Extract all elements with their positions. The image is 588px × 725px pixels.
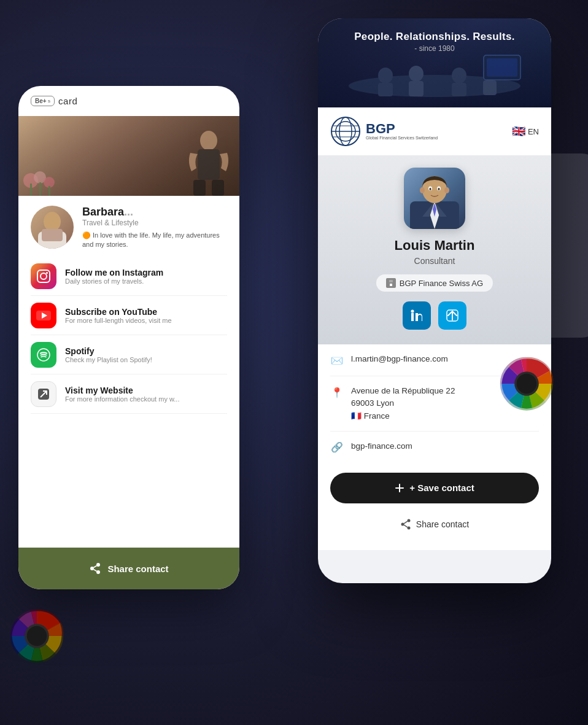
svg-rect-8: [39, 182, 41, 196]
instagram-link-text: Follow me on Instagram Daily stories of …: [65, 268, 227, 285]
svg-line-67: [404, 525, 408, 527]
spotify-title: Spotify: [65, 346, 227, 356]
right-actions: + Save contact Share contact: [318, 463, 551, 550]
list-item[interactable]: Spotify Check my Playlist on Spotify!: [31, 336, 227, 374]
contact-email-text: l.martin@bgp-finance.com: [351, 353, 448, 365]
svg-rect-55: [389, 280, 393, 282]
svg-point-26: [378, 68, 393, 83]
share-contact-button-left[interactable]: Share contact: [18, 548, 239, 589]
right-socials: [330, 301, 539, 330]
becard-logo-sup: s: [48, 98, 50, 104]
link-icon: 🔗: [330, 441, 344, 454]
phone-left: Be+ s card: [18, 86, 239, 589]
contact-website-text: bgp-finance.com: [351, 440, 412, 452]
becard-logo: Be+ s: [31, 96, 55, 106]
svg-point-52: [420, 187, 425, 193]
list-item[interactable]: Subscribe on YouTube For more full-lengt…: [31, 297, 227, 335]
svg-rect-29: [409, 81, 424, 96]
svg-point-63: [407, 519, 410, 522]
bgp-subname: Global Financial Services Switzerland: [366, 136, 438, 141]
youtube-icon: [31, 303, 56, 328]
website-title: Visit my Website: [65, 386, 227, 395]
svg-line-23: [94, 566, 97, 568]
instagram-sub: Daily stories of my travels.: [65, 277, 227, 285]
meeting-svg: [336, 52, 533, 101]
svg-rect-27: [378, 83, 393, 96]
svg-rect-12: [42, 229, 63, 241]
svg-point-71: [27, 626, 47, 646]
svg-line-66: [404, 521, 408, 524]
svg-point-10: [44, 212, 61, 231]
svg-rect-35: [487, 58, 517, 77]
left-profile-name: Barbara...: [82, 206, 227, 219]
svg-point-65: [407, 526, 410, 529]
svg-rect-56: [390, 284, 392, 286]
bgp-name-block: BGP Global Financial Services Switzerlan…: [366, 122, 438, 141]
right-header: BGP Global Financial Services Switzerlan…: [318, 107, 551, 155]
svg-rect-58: [411, 313, 414, 321]
language-badge[interactable]: 🇬🇧 EN: [512, 125, 539, 138]
color-wheel-right-svg: [499, 356, 554, 411]
share-contact-label-left: Share contact: [107, 564, 168, 574]
svg-point-51: [438, 188, 440, 190]
left-profile-role: Travel & Lifestyle: [82, 219, 227, 227]
share-contact-label-right: Share contact: [416, 519, 469, 529]
svg-point-50: [430, 188, 431, 190]
left-links-list: Follow me on Instagram Daily stories of …: [18, 257, 239, 414]
left-avatar-svg: [31, 206, 74, 249]
save-contact-label: + Save contact: [409, 483, 474, 493]
svg-rect-33: [483, 80, 497, 95]
svg-rect-2: [193, 180, 206, 196]
svg-point-53: [444, 187, 449, 193]
svg-rect-31: [452, 83, 466, 96]
instagram-icon: [31, 263, 56, 289]
svg-point-21: [90, 567, 94, 570]
right-avatar-svg: [404, 168, 465, 229]
youtube-sub: For more full-length videos, visit me: [65, 317, 227, 324]
left-profile-bio: 🟠 In love with the life. My life, my adv…: [82, 231, 227, 250]
svg-point-64: [401, 522, 404, 525]
instagram-title: Follow me on Instagram: [65, 268, 227, 277]
becard-logo-text: Be+: [35, 98, 47, 104]
list-item[interactable]: Visit my Website For more information ch…: [31, 375, 227, 414]
hero-subtitle: - since 1980: [318, 44, 551, 53]
hero-flowers-svg: [21, 165, 58, 196]
svg-rect-3: [212, 180, 224, 196]
left-hero-banner: [18, 116, 239, 196]
bio-dot: 🟠: [82, 231, 91, 239]
left-profile-info: Barbara... Travel & Lifestyle 🟠 In love …: [82, 206, 227, 250]
lang-text: EN: [528, 127, 539, 136]
svg-point-14: [41, 273, 47, 279]
becard-header: Be+ s card: [18, 86, 239, 116]
youtube-link-text: Subscribe on YouTube For more full-lengt…: [65, 307, 227, 324]
bgp-name: BGP: [366, 122, 438, 136]
email-icon: ✉️: [330, 354, 344, 367]
svg-rect-1: [198, 149, 220, 180]
share-icon-right: [400, 519, 411, 530]
share-icon-left: [89, 562, 101, 575]
left-profile-section: Barbara... Travel & Lifestyle 🟠 In love …: [18, 196, 239, 257]
website-sub: For more information checkout my w...: [65, 395, 227, 403]
svg-point-15: [46, 272, 48, 274]
share-contact-button-right[interactable]: Share contact: [330, 511, 539, 538]
contact-address-text: Avenue de la République 2269003 Lyon🇫🇷 F…: [351, 385, 455, 422]
right-profile-section: Louis Martin Consultant BGP Finance Swis…: [318, 155, 551, 344]
right-profile-role: Consultant: [330, 256, 539, 266]
other-social-button[interactable]: [438, 301, 466, 330]
list-item[interactable]: Follow me on Instagram Daily stories of …: [31, 257, 227, 296]
svg-point-59: [411, 310, 414, 313]
bgp-logo-svg: [330, 116, 361, 147]
flag-icon: 🇬🇧: [512, 125, 525, 138]
save-contact-button[interactable]: + Save contact: [330, 473, 539, 503]
right-hero-banner: People. Relationships. Results. - since …: [318, 18, 551, 107]
linkedin-icon: [410, 309, 424, 322]
hero-title: People. Relationships. Results.: [318, 31, 551, 43]
company-badge-label: BGP Finance Swiss AG: [400, 279, 483, 288]
right-avatar: [404, 168, 465, 229]
phone-right: People. Relationships. Results. - since …: [318, 18, 551, 583]
becard-title-text: card: [58, 96, 77, 106]
spotify-sub: Check my Playlist on Spotify!: [65, 356, 227, 363]
linkedin-button[interactable]: [403, 301, 431, 330]
right-profile-name: Louis Martin: [330, 238, 539, 254]
bgp-logo: BGP Global Financial Services Switzerlan…: [330, 116, 438, 147]
